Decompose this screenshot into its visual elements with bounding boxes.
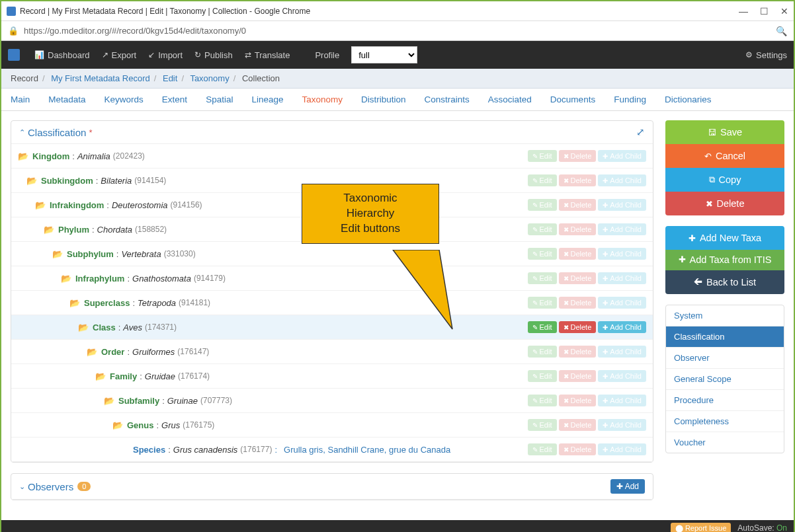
add-child-button[interactable]: ✚Add Child: [598, 150, 646, 162]
add-observer-button[interactable]: ✚ Add: [610, 479, 645, 494]
nav-dashboard[interactable]: 📊Dashboard: [34, 50, 90, 60]
sidenav-completeness[interactable]: Completeness: [666, 411, 784, 432]
observers-panel-head[interactable]: ⌄ Observers 0 ✚ Add: [11, 474, 653, 500]
delete-row-button[interactable]: ✖Delete: [559, 174, 597, 186]
taxon-rank: Species: [133, 445, 165, 455]
delete-row-button[interactable]: ✖Delete: [559, 223, 597, 235]
edit-button[interactable]: ✎Edit: [528, 419, 557, 431]
crumb-taxonomy[interactable]: Taxonomy: [190, 73, 229, 83]
taxon-rank: Class: [93, 323, 116, 332]
nav-translate[interactable]: ⇄Translate: [245, 50, 290, 60]
add-child-button[interactable]: ✚Add Child: [598, 248, 646, 260]
classification-panel-head[interactable]: ⌃ Classification * ⤢: [11, 121, 653, 144]
tab-taxonomy[interactable]: Taxonomy: [302, 95, 343, 104]
delete-row-button[interactable]: ✖Delete: [559, 346, 597, 358]
delete-button[interactable]: ✖Delete: [665, 192, 784, 215]
delete-row-button[interactable]: ✖Delete: [559, 321, 597, 333]
edit-button[interactable]: ✎Edit: [528, 321, 557, 333]
add-child-button[interactable]: ✚Add Child: [598, 272, 646, 284]
delete-row-button[interactable]: ✖Delete: [559, 272, 597, 284]
edit-button[interactable]: ✎Edit: [528, 297, 557, 309]
tab-documents[interactable]: Documents: [550, 95, 595, 104]
add-new-taxa-button[interactable]: ✚Add New Taxa: [665, 226, 784, 250]
taxon-code: (202423): [113, 151, 145, 161]
sidenav-general-scope[interactable]: General Scope: [666, 369, 784, 390]
app-logo-icon[interactable]: [8, 49, 20, 61]
add-child-button[interactable]: ✚Add Child: [598, 199, 646, 211]
search-icon[interactable]: 🔍: [776, 26, 787, 36]
tab-metadata[interactable]: Metadata: [48, 95, 85, 104]
delete-row-button[interactable]: ✖Delete: [559, 248, 597, 260]
tab-funding[interactable]: Funding: [614, 95, 646, 104]
url-text[interactable]: https://go.mdeditor.org/#/record/0kgv15d…: [24, 26, 776, 36]
maximize-icon[interactable]: ☐: [760, 6, 769, 17]
tab-spatial[interactable]: Spatial: [206, 95, 233, 104]
tab-dictionaries[interactable]: Dictionaries: [665, 95, 712, 104]
taxon-rank: Infrakingdom: [50, 200, 104, 210]
edit-button[interactable]: ✎Edit: [528, 443, 557, 455]
add-child-button[interactable]: ✚Add Child: [598, 223, 646, 235]
save-button[interactable]: 🖫Save: [665, 120, 784, 144]
tab-extent[interactable]: Extent: [162, 95, 187, 104]
minimize-icon[interactable]: —: [739, 6, 748, 17]
add-child-button[interactable]: ✚Add Child: [598, 419, 646, 431]
delete-icon: ✖: [706, 199, 713, 209]
breadcrumb: Record/ My First Metadata Record/ Edit/ …: [1, 69, 794, 89]
edit-button[interactable]: ✎Edit: [528, 272, 557, 284]
cancel-button[interactable]: ↶Cancel: [665, 144, 784, 168]
sidenav-procedure[interactable]: Procedure: [666, 390, 784, 411]
tab-keywords[interactable]: Keywords: [105, 95, 144, 104]
edit-button[interactable]: ✎Edit: [528, 174, 557, 186]
nav-publish[interactable]: ↻Publish: [194, 50, 233, 60]
back-to-list-button[interactable]: 🡰Back to List: [665, 270, 784, 294]
sidenav-voucher[interactable]: Voucher: [666, 432, 784, 453]
tab-constraints[interactable]: Constraints: [425, 95, 470, 104]
nav-export[interactable]: ↗Export: [102, 50, 137, 60]
edit-button[interactable]: ✎Edit: [528, 395, 557, 406]
delete-row-button[interactable]: ✖Delete: [559, 419, 597, 431]
add-child-button[interactable]: ✚Add Child: [598, 297, 646, 309]
nav-import[interactable]: ↙Import: [148, 50, 183, 60]
add-child-button[interactable]: ✚Add Child: [598, 174, 646, 186]
edit-button[interactable]: ✎Edit: [528, 248, 557, 260]
taxon-common-names: Grulla gris, Sandhill Crane, grue du Can…: [284, 445, 450, 455]
add-taxa-itis-button[interactable]: ✚Add Taxa from ITIS: [665, 250, 784, 270]
taxon-rank: Phylum: [58, 225, 89, 235]
edit-button[interactable]: ✎Edit: [528, 370, 557, 382]
delete-row-button[interactable]: ✖Delete: [559, 395, 597, 406]
nav-settings[interactable]: ⚙Settings: [745, 50, 787, 60]
pencil-icon: ✎: [532, 422, 538, 429]
delete-row-button[interactable]: ✖Delete: [559, 370, 597, 382]
add-child-button[interactable]: ✚Add Child: [598, 395, 646, 406]
taxon-code: (176174): [178, 371, 210, 381]
report-issue-button[interactable]: ⬤Report Issue: [671, 523, 731, 533]
tab-associated[interactable]: Associated: [488, 95, 532, 104]
close-icon[interactable]: ✕: [780, 6, 788, 17]
edit-button[interactable]: ✎Edit: [528, 346, 557, 358]
sidenav-classification[interactable]: Classification: [666, 326, 784, 348]
edit-button[interactable]: ✎Edit: [528, 150, 557, 162]
add-child-button[interactable]: ✚Add Child: [598, 321, 646, 333]
add-child-button[interactable]: ✚Add Child: [598, 443, 646, 455]
crumb-edit[interactable]: Edit: [163, 73, 177, 83]
x-icon: ✖: [564, 153, 569, 160]
delete-row-button[interactable]: ✖Delete: [559, 443, 597, 455]
edit-button[interactable]: ✎Edit: [528, 223, 557, 235]
crumb-recordname[interactable]: My First Metadata Record: [51, 73, 150, 83]
add-child-button[interactable]: ✚Add Child: [598, 346, 646, 358]
expand-icon[interactable]: ⤢: [636, 126, 645, 138]
delete-row-button[interactable]: ✖Delete: [559, 199, 597, 211]
edit-button[interactable]: ✎Edit: [528, 199, 557, 211]
taxon-rank: Kingdom: [32, 151, 69, 161]
tab-distribution[interactable]: Distribution: [361, 95, 406, 104]
copy-button[interactable]: ⧉Copy: [665, 168, 784, 192]
tab-main[interactable]: Main: [11, 95, 30, 104]
address-bar: 🔒 https://go.mdeditor.org/#/record/0kgv1…: [1, 21, 794, 41]
add-child-button[interactable]: ✚Add Child: [598, 370, 646, 382]
delete-row-button[interactable]: ✖Delete: [559, 297, 597, 309]
delete-row-button[interactable]: ✖Delete: [559, 150, 597, 162]
profile-select[interactable]: full: [351, 46, 417, 63]
sidenav-observer[interactable]: Observer: [666, 348, 784, 369]
sidenav-system[interactable]: System: [666, 305, 784, 326]
tab-lineage[interactable]: Lineage: [251, 95, 283, 104]
